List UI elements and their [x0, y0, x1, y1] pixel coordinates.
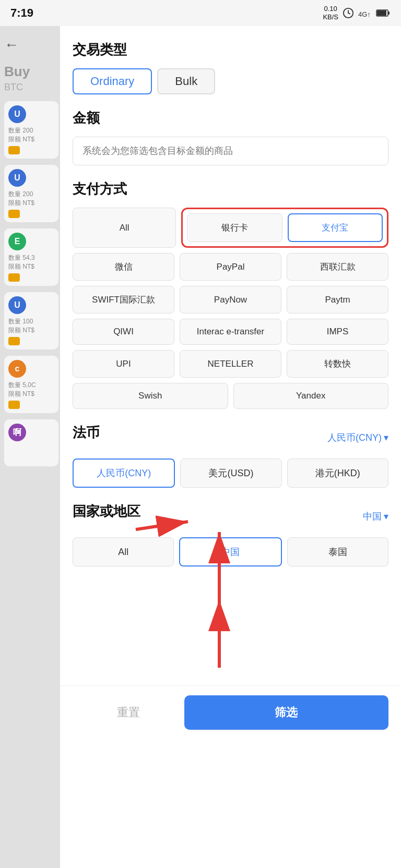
country-title: 国家或地区	[73, 502, 140, 521]
pay-btn-yandex[interactable]: Yandex	[233, 383, 389, 409]
signal-icon: 4G↑	[358, 8, 372, 18]
svg-rect-4	[388, 11, 390, 15]
amount-title: 金额	[73, 109, 388, 127]
pay-btn-western[interactable]: 西联汇款	[287, 253, 388, 281]
country-btn-thailand[interactable]: 泰国	[287, 537, 388, 566]
status-bar: 7:19 0.10KB/S 4G↑	[0, 0, 401, 26]
chat-icon-1	[8, 146, 20, 154]
bg-list-item: c 数量 5,0C 限额 NT$	[4, 356, 58, 413]
chat-icon-3	[8, 273, 20, 282]
pay-btn-fps[interactable]: 转数快	[287, 350, 388, 378]
country-btn-all[interactable]: All	[73, 537, 174, 566]
payment-row-1: All 银行卡 支付宝	[73, 208, 388, 248]
bg-btc-label: BTC	[4, 82, 58, 93]
status-time: 7:19	[10, 6, 33, 20]
pay-btn-paynow[interactable]: PayNow	[180, 286, 281, 314]
payment-row-6: Swish Yandex	[73, 383, 388, 409]
country-options: All 中国 泰国	[73, 537, 388, 566]
filter-panel: 交易类型 Ordinary Bulk 金额 支付方式 All 银行卡 支付宝 微…	[60, 26, 401, 868]
amount-input[interactable]	[73, 137, 388, 165]
highlighted-group: 银行卡 支付宝	[181, 208, 388, 248]
background-panel: ← Buy BTC U 数量 200 限额 NT$ U 数量 200 限额 NT…	[0, 26, 63, 868]
bg-list-item: U 数量 200 限额 NT$	[4, 101, 58, 159]
bg-avatar-1: U	[8, 105, 26, 123]
bg-avatar-6: 啊	[8, 424, 26, 441]
fiat-title: 法币	[73, 424, 100, 442]
pay-btn-bank[interactable]: 银行卡	[187, 213, 282, 242]
fiat-options: 人民币(CNY) 美元(USD) 港元(HKD)	[73, 459, 388, 488]
bg-list-item: U 数量 100 限额 NT$	[4, 292, 58, 349]
pay-btn-swift[interactable]: SWIFT国际汇款	[73, 286, 174, 314]
fiat-btn-cny[interactable]: 人民币(CNY)	[73, 459, 175, 488]
payment-method-title: 支付方式	[73, 180, 388, 198]
svg-text:4G↑: 4G↑	[358, 10, 371, 18]
bg-list-item: U 数量 200 限额 NT$	[4, 165, 58, 222]
bg-list-item: E 数量 54,3 限额 NT$	[4, 228, 58, 286]
pay-btn-all[interactable]: All	[73, 208, 176, 248]
bg-list-item: 啊	[4, 419, 58, 466]
transaction-type-title: 交易类型	[73, 41, 388, 59]
tab-ordinary[interactable]: Ordinary	[73, 68, 152, 94]
fiat-btn-usd[interactable]: 美元(USD)	[180, 459, 281, 488]
status-icons: 0.10KB/S 4G↑	[323, 5, 391, 21]
tab-bulk[interactable]: Bulk	[157, 68, 215, 94]
pay-btn-paytm[interactable]: Paytm	[287, 286, 388, 314]
battery-icon	[376, 9, 391, 17]
pay-btn-alipay[interactable]: 支付宝	[288, 213, 383, 242]
bg-avatar-3: E	[8, 233, 26, 250]
filter-button[interactable]: 筛选	[184, 695, 388, 730]
chat-icon-5	[8, 401, 20, 409]
network-speed: 0.10KB/S	[323, 5, 338, 21]
payment-row-3: SWIFT国际汇款 PayNow Paytm	[73, 286, 388, 314]
fiat-dropdown[interactable]: 人民币(CNY) ▾	[327, 431, 388, 444]
country-dropdown[interactable]: 中国 ▾	[363, 510, 388, 523]
fiat-btn-hkd[interactable]: 港元(HKD)	[287, 459, 388, 488]
pay-btn-wechat[interactable]: 微信	[73, 253, 174, 281]
pay-btn-imps[interactable]: IMPS	[287, 319, 388, 345]
transaction-type-tabs: Ordinary Bulk	[73, 68, 388, 94]
reset-button[interactable]: 重置	[73, 695, 184, 730]
pay-btn-swish[interactable]: Swish	[73, 383, 228, 409]
bg-avatar-5: c	[8, 360, 26, 378]
chat-icon-2	[8, 210, 20, 218]
pay-btn-qiwi[interactable]: QIWI	[73, 319, 174, 345]
clock-icon	[343, 7, 354, 19]
back-button-bg: ←	[4, 31, 58, 58]
pay-btn-interac[interactable]: Interac e-transfer	[180, 319, 281, 345]
payment-row-2: 微信 PayPal 西联汇款	[73, 253, 388, 281]
chat-icon-4	[8, 337, 20, 345]
bottom-actions: 重置 筛选	[60, 685, 401, 739]
payment-row-4: QIWI Interac e-transfer IMPS	[73, 319, 388, 345]
country-header: 国家或地区 中国 ▾	[73, 502, 388, 530]
pay-btn-upi[interactable]: UPI	[73, 350, 174, 378]
country-btn-china[interactable]: 中国	[179, 537, 281, 566]
fiat-header: 法币 人民币(CNY) ▾	[73, 424, 388, 451]
payment-row-5: UPI NETELLER 转数快	[73, 350, 388, 378]
payment-methods-section: All 银行卡 支付宝 微信 PayPal 西联汇款 SWIFT国际汇款 Pay…	[73, 208, 388, 409]
pay-btn-neteller[interactable]: NETELLER	[180, 350, 281, 378]
bg-avatar-4: U	[8, 296, 26, 314]
svg-rect-3	[377, 10, 386, 16]
bg-avatar-2: U	[8, 169, 26, 187]
spacer	[73, 581, 388, 685]
pay-btn-paypal[interactable]: PayPal	[180, 253, 281, 281]
bg-buy-label: Buy	[4, 64, 58, 80]
